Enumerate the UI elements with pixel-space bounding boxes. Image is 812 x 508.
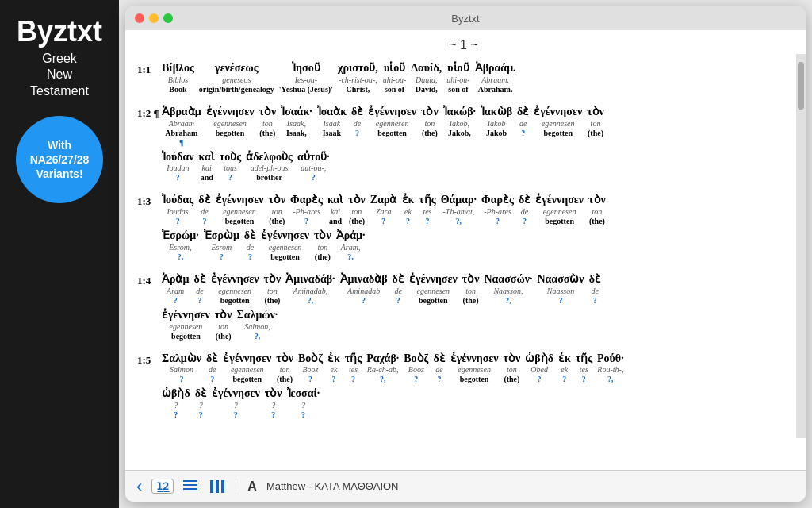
word-uiou2: υἱοῦ uhi-ou- son of xyxy=(446,62,469,94)
minimize-button[interactable] xyxy=(149,13,159,23)
word-dauid: Δαυίδ, Dauid, David, xyxy=(411,62,442,94)
bottom-toolbar: ‹ 1̲2̲ A Matthew - ΚΑΤΑ ΜΑΘΘΑΙΟΝ xyxy=(125,470,806,502)
word-uiou1: υἱοῦ uhi-ou- son of xyxy=(383,62,406,94)
word-iesou: Ἰησοῦ Ies-ou- 'Yeshua (Jesus)' xyxy=(279,62,333,94)
traffic-lights xyxy=(135,13,173,23)
verse-num-1-2: 1:2 ¶ xyxy=(137,106,159,120)
verse-1-1: 1:1 Βίβλος Biblos Book γενέσεως geneseos… xyxy=(137,62,790,98)
back-button[interactable]: ‹ xyxy=(133,475,145,498)
verse-num-1-3: 1:3 xyxy=(137,194,159,208)
scripture-content[interactable]: ~ 1 ~ 1:1 Βίβλος Biblos Book γενέσεως ge… xyxy=(125,30,806,470)
svg-rect-5 xyxy=(221,480,224,493)
svg-rect-0 xyxy=(183,480,197,482)
word-geneseos: γενέσεως geneseos origin/birth/genealogy xyxy=(199,62,274,94)
main-window: Byztxt ~ 1 ~ 1:1 Βίβλος Biblos Book γενέ… xyxy=(125,6,806,502)
book-label: Matthew - ΚΑΤΑ ΜΑΘΘΑΙΟΝ xyxy=(266,480,399,492)
verse-1-5: 1:5 Σαλμὼν Salmon ? δὲ de ? ἐγέννησεν eg… xyxy=(137,352,790,424)
verse-1-3: 1:3 Ἰούδας Ioudas ? δὲ de ? ἐγέννησεν eg… xyxy=(137,194,790,265)
svg-rect-1 xyxy=(183,484,197,486)
chapter-header: ~ 1 ~ xyxy=(137,38,790,52)
verse-1-2: 1:2 ¶ Ἀβραὰμ Abraam Abraham ¶ ἐγέννησεν … xyxy=(137,106,790,187)
word-christou: χριστοῦ, -ch-rist-ou-, Christ, xyxy=(338,62,378,94)
verse-num-1-4: 1:4 xyxy=(137,273,159,287)
sidebar: Byztxt Greek New Testament With NA26/27/… xyxy=(0,0,119,508)
svg-rect-2 xyxy=(183,488,197,490)
font-size-button[interactable]: A xyxy=(247,479,257,494)
page-number[interactable]: 1̲2̲ xyxy=(151,479,174,494)
window-title: Byztxt xyxy=(451,13,479,25)
verse-num-1-5: 1:5 xyxy=(137,352,159,367)
list-view-button[interactable] xyxy=(180,479,201,495)
svg-rect-4 xyxy=(216,480,219,493)
app-subtitle: Greek New Testament xyxy=(30,51,89,100)
scrollbar-track[interactable] xyxy=(796,54,806,438)
word-biblos: Βίβλος Biblos Book xyxy=(162,62,194,94)
verse-num-1-1: 1:1 xyxy=(137,62,159,76)
maximize-button[interactable] xyxy=(163,13,173,23)
app-title: Byztxt xyxy=(17,16,102,48)
svg-rect-3 xyxy=(210,480,213,493)
verse-1-4: 1:4 Ἀρὰμ Aram ? δὲ de ? ἐγέννησεν egenne… xyxy=(137,273,790,344)
word-abraam1: Ἀβραάμ. Abraam. Abraham. xyxy=(475,62,516,94)
promo-badge: With NA26/27/28 Variants! xyxy=(16,116,103,203)
close-button[interactable] xyxy=(135,13,144,23)
titlebar: Byztxt xyxy=(125,6,806,30)
columns-view-button[interactable] xyxy=(207,479,228,495)
toolbar-separator xyxy=(236,479,236,495)
scrollbar-thumb[interactable] xyxy=(798,62,804,110)
